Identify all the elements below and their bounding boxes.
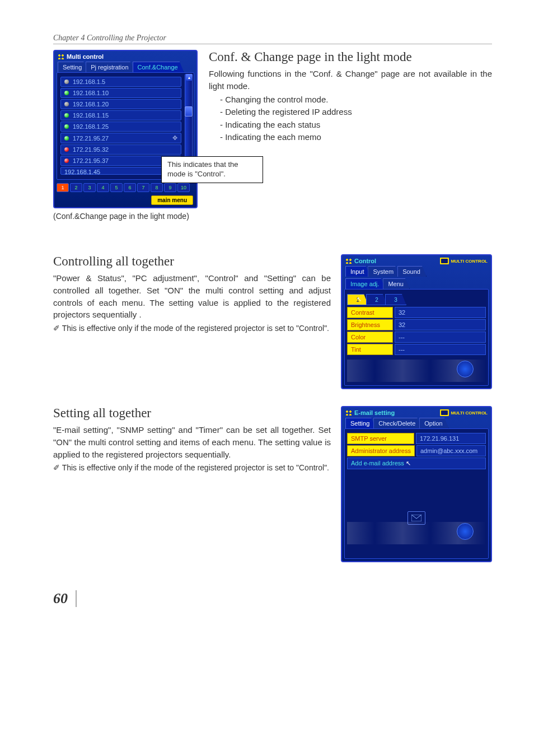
status-dot	[64, 102, 69, 106]
param-row: Contrast32	[347, 307, 486, 318]
page-btn-6[interactable]: 6	[124, 183, 136, 192]
section2-body: "Power & Status", "PC adjustment", "Cont…	[53, 272, 331, 321]
numtab-3[interactable]: 3	[385, 294, 406, 305]
tab-system[interactable]: System	[368, 266, 400, 277]
section3-title: Setting all together	[53, 406, 331, 421]
ip-address: 192.168.1.20	[73, 101, 109, 108]
email-label: SMTP server	[347, 433, 414, 444]
tab-conf-change[interactable]: Conf.&Change	[133, 62, 184, 72]
status-dot	[64, 113, 69, 118]
multi-control-badge: MULTI CONTROL	[440, 409, 488, 416]
param-label: Color	[347, 332, 393, 343]
ip-row[interactable]: 192.168.1.10	[60, 88, 181, 98]
panel-title: Multi control	[54, 51, 196, 62]
num-tabs: 1 ↖ 2 3	[347, 294, 486, 305]
app-icon	[345, 410, 352, 416]
page-btn-7[interactable]: 7	[137, 183, 149, 192]
tab-option[interactable]: Option	[419, 418, 448, 428]
page-btn-8[interactable]: 8	[151, 183, 163, 192]
page-btn-2[interactable]: 2	[70, 183, 82, 192]
param-label: Brightness	[347, 319, 393, 330]
panel-title-text: Multi control	[67, 53, 104, 60]
control-panel: Control MULTI CONTROL Input System Sound…	[341, 254, 492, 389]
ctrl-title-text: Control	[354, 258, 376, 264]
status-dot	[64, 136, 69, 141]
param-row: Brightness32	[347, 319, 486, 330]
callout-box: This indicates that the mode is "Control…	[161, 156, 263, 183]
section2-title: Controlling all together	[53, 254, 331, 269]
ip-row[interactable]: 172.21.95.32	[60, 144, 181, 155]
email-title: E-mail setting MULTI CONTROL	[342, 407, 491, 418]
figure-caption: (Conf.&Change page in the light mode)	[53, 212, 198, 221]
page-number: 60	[53, 590, 77, 607]
app-icon	[345, 258, 352, 264]
gear-icon[interactable]	[457, 361, 474, 377]
multi-control-panel: Multi control Setting Pj registration Co…	[53, 50, 198, 208]
tab-email-setting[interactable]: Setting	[345, 418, 376, 428]
email-value[interactable]: 172.21.96.131	[416, 433, 486, 444]
page-buttons: 12345678910	[57, 183, 194, 192]
ip-address: 192.168.1.25	[73, 123, 109, 130]
status-dot	[64, 124, 69, 129]
page-btn-5[interactable]: 5	[110, 183, 123, 192]
param-value[interactable]: 32	[395, 307, 486, 318]
tab-setting[interactable]: Setting	[58, 62, 88, 72]
page-btn-9[interactable]: 9	[164, 183, 176, 192]
scrollbar-thumb[interactable]	[185, 106, 193, 116]
chapter-header: Chapter 4 Controlling the Projector	[53, 34, 492, 44]
section3-body: "E-mail setting", "SNMP setting" and "Ti…	[53, 424, 331, 460]
tab-sound[interactable]: Sound	[397, 266, 427, 277]
bullet-item: - Indicating the each memo	[220, 131, 492, 144]
status-dot	[64, 80, 69, 84]
section2-note: This is effective only if the mode of th…	[53, 323, 331, 334]
multi-control-badge: MULTI CONTROL	[440, 258, 488, 264]
tab-input[interactable]: Input	[345, 266, 370, 277]
ip-row[interactable]: 192.168.1.20	[60, 99, 181, 109]
tab-pj-registration[interactable]: Pj registration	[86, 62, 134, 72]
footer-gradient	[347, 522, 486, 544]
status-dot	[64, 91, 69, 95]
email-panel: E-mail setting MULTI CONTROL Setting Che…	[341, 406, 492, 562]
param-value[interactable]: ---	[395, 344, 486, 355]
status-dot	[64, 158, 69, 163]
email-label: Administrator address	[347, 445, 415, 456]
bullet-item: - Deleting the registered IP address	[220, 106, 492, 119]
section1-title: Conf. & Change page in the light mode	[209, 50, 492, 64]
email-row: SMTP server172.21.96.131	[347, 433, 486, 444]
ip-row[interactable]: 192.168.1.15	[60, 110, 181, 120]
cursor-icon: ↖	[404, 460, 411, 466]
footer-gradient	[347, 360, 486, 382]
page-btn-1[interactable]: 1	[57, 183, 69, 192]
subtab-imageadj[interactable]: Image adj.	[345, 278, 385, 289]
ctrl-title: Control MULTI CONTROL	[342, 255, 491, 266]
ip-address: 192.168.1.5	[73, 78, 105, 85]
param-value[interactable]: 32	[395, 319, 486, 330]
page-btn-3[interactable]: 3	[83, 183, 96, 192]
section1-intro: Following functions in the "Conf. & Chan…	[209, 68, 492, 92]
numtab-1[interactable]: 1 ↖	[347, 294, 368, 305]
param-value[interactable]: ---	[395, 332, 486, 343]
ip-row[interactable]: 192.168.1.5	[60, 77, 181, 87]
ip-row[interactable]: 192.168.1.25	[60, 122, 181, 132]
page-btn-4[interactable]: 4	[97, 183, 109, 192]
subtab-menu[interactable]: Menu	[383, 278, 410, 289]
email-title-text: E-mail setting	[354, 409, 395, 416]
page-btn-10[interactable]: 10	[177, 183, 190, 192]
add-email-link[interactable]: Add e-mail address ↖	[347, 458, 486, 469]
numtab-2[interactable]: 2	[366, 294, 387, 305]
main-menu-button[interactable]: main menu	[151, 195, 193, 205]
cursor-icon: ↖	[357, 296, 362, 303]
move-cursor-icon: ✥	[172, 134, 177, 142]
ip-row[interactable]: 172.21.95.27✥	[60, 133, 181, 143]
scroll-up[interactable]: ▴	[186, 74, 193, 81]
bullet-item: - Changing the control mode.	[220, 94, 492, 106]
section3-note: This is effective only if the mode of th…	[53, 463, 331, 473]
ip-address: 172.21.95.37	[73, 157, 109, 164]
email-value[interactable]: admin@abc.xxx.com	[416, 445, 486, 456]
gear-icon[interactable]	[457, 523, 474, 540]
section1-bullets: - Changing the control mode.- Deleting t…	[220, 94, 492, 144]
ip-address: 172.21.95.27	[73, 135, 109, 142]
status-dot	[64, 147, 69, 152]
tab-check-delete[interactable]: Check/Delete	[373, 418, 421, 428]
app-icon	[58, 54, 64, 59]
